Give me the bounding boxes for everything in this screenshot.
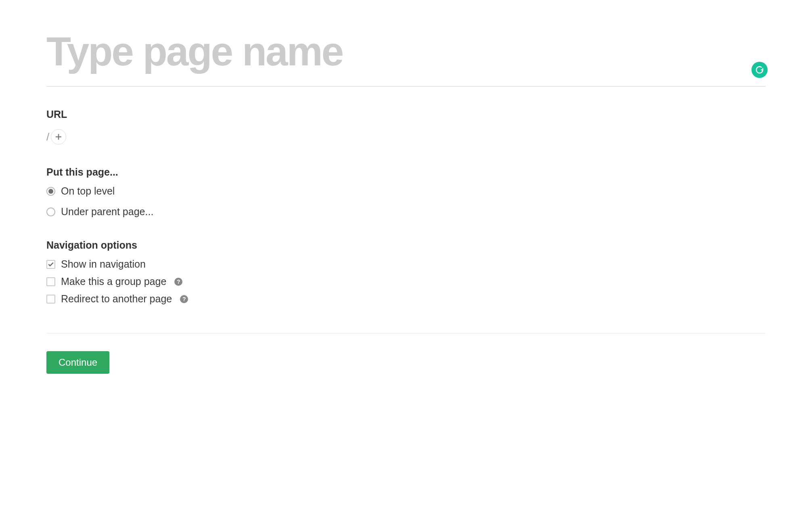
divider	[46, 333, 766, 333]
nav-option-show-in-navigation[interactable]: Show in navigation	[46, 258, 766, 270]
grammarly-icon[interactable]	[751, 62, 768, 78]
radio-top-level[interactable]	[46, 187, 55, 196]
continue-button[interactable]: Continue	[46, 351, 109, 374]
nav-option-label: Redirect to another page	[61, 293, 172, 305]
radio-under-parent[interactable]	[46, 207, 55, 216]
checkbox-group-page[interactable]	[46, 277, 55, 286]
create-page-form: URL / Put this page... On top level Unde…	[0, 0, 812, 374]
placement-option-under-parent[interactable]: Under parent page...	[46, 206, 766, 218]
help-icon[interactable]: ?	[180, 295, 188, 303]
placement-option-label: On top level	[61, 185, 115, 197]
placement-options: On top level Under parent page...	[46, 185, 766, 218]
placement-label: Put this page...	[46, 166, 766, 178]
page-name-input[interactable]	[46, 28, 766, 75]
placement-option-label: Under parent page...	[61, 206, 153, 218]
check-icon	[48, 261, 54, 268]
nav-option-label: Show in navigation	[61, 258, 146, 270]
url-row: /	[46, 129, 766, 145]
url-add-button[interactable]	[51, 129, 66, 145]
placement-option-top-level[interactable]: On top level	[46, 185, 766, 197]
help-icon[interactable]: ?	[174, 278, 182, 286]
checkbox-redirect[interactable]	[46, 295, 55, 304]
nav-option-redirect[interactable]: Redirect to another page ?	[46, 293, 766, 305]
navigation-section: Navigation options Show in navigation Ma…	[46, 239, 766, 305]
placement-section: Put this page... On top level Under pare…	[46, 166, 766, 218]
url-section: URL /	[46, 109, 766, 145]
navigation-label: Navigation options	[46, 239, 766, 251]
page-title-row	[46, 28, 766, 87]
navigation-options: Show in navigation Make this a group pag…	[46, 258, 766, 305]
url-prefix: /	[46, 131, 49, 143]
nav-option-group-page[interactable]: Make this a group page ?	[46, 276, 766, 287]
nav-option-label: Make this a group page	[61, 276, 166, 287]
plus-icon	[55, 134, 62, 140]
url-label: URL	[46, 109, 766, 120]
checkbox-show-in-navigation[interactable]	[46, 260, 55, 269]
